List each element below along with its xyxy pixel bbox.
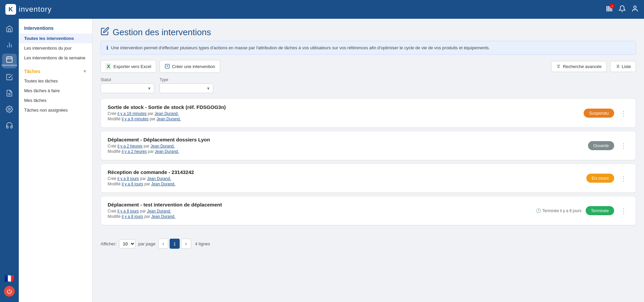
prev-page-btn[interactable]: ‹ [158,239,168,249]
card-meta-created: Créé il y a 2 heures par Jean Durand. [108,144,210,148]
card-menu-btn[interactable]: ⋮ [618,141,629,150]
modified-by-link[interactable]: Jean Durand. [157,117,181,121]
card-menu-btn[interactable]: ⋮ [618,174,629,183]
barcode-icon[interactable]: 1 [606,5,613,14]
svg-point-17 [8,108,10,110]
list-view-button[interactable]: Liste [610,61,636,72]
logo: K [5,4,16,15]
filter-type-chevron: ▾ [207,86,210,91]
nav-sidebar: Interventions Toutes les interventions L… [19,19,93,302]
tasks-section-header[interactable]: Tâches ▼ [19,67,92,76]
nav-mes-taches[interactable]: Mes tâches [19,96,92,105]
navbar-icons: 1 [606,5,639,14]
created-by-link[interactable]: Jean Durand. [147,209,171,214]
clock-icon: 🕐 [536,208,541,213]
nav-section-title[interactable]: Interventions [19,24,92,34]
modified-time-link[interactable]: il y a 8 jours [122,214,143,219]
nav-mes-taches-faire[interactable]: Mes tâches à faire [19,86,92,96]
main-content: Gestion des interventions ℹ Une interven… [93,19,644,302]
modified-time-link[interactable]: il y a 9 minutes [122,117,149,121]
create-intervention-button[interactable]: Créer une intervention [160,60,220,73]
sidebar-support-btn[interactable] [2,118,17,133]
sidebar-docs-btn[interactable] [2,86,17,101]
nav-toutes-taches[interactable]: Toutes les tâches [19,76,92,86]
card-right: Suspendu ⋮ [584,109,629,118]
sidebar-chart-btn[interactable] [2,38,17,52]
modified-by-link[interactable]: Jean Durand. [151,182,175,186]
nav-interventions-jour[interactable]: Les interventions du jour [19,43,92,53]
create-intervention-label: Créer une intervention [172,64,215,69]
toolbar-left: X Exporter vers Excel Créer une interven… [101,60,220,73]
card-menu-btn[interactable]: ⋮ [618,109,629,118]
language-btn[interactable]: 🇫🇷 [4,274,14,283]
filter-statut-select[interactable]: ▾ [101,83,154,93]
modified-time-link[interactable]: il y a 8 jours [122,182,143,186]
created-time-link[interactable]: il y a 2 heures [117,144,142,148]
info-text: Une intervention permet d'effectuer plus… [111,45,490,50]
card-meta-modified: Modifié il y a 8 jours par Jean Durand. [108,182,194,186]
created-by-link[interactable]: Jean Durand. [151,144,175,148]
filter-statut-group: Statut ▾ [101,77,154,93]
page-1-btn[interactable]: 1 [170,239,180,249]
tasks-section-title: Tâches [24,69,40,74]
icon-sidebar-bottom: 🇫🇷 [4,274,15,297]
sidebar-home-btn[interactable] [2,21,17,36]
per-page-select[interactable]: 10 25 50 [119,239,135,248]
create-icon [165,63,170,70]
svg-rect-2 [608,6,609,11]
card-title: Sortie de stock - Sortie de stock (réf. … [108,104,226,110]
user-icon[interactable] [631,5,639,14]
main-layout: Interventions [0,19,644,302]
intervention-card[interactable]: Déplacement - test intervention de dépla… [101,196,636,225]
interventions-list: Sortie de stock - Sortie de stock (réf. … [101,99,636,225]
filter-type-label: Type [160,77,213,82]
sidebar-interventions-btn[interactable]: Interventions [2,54,17,68]
show-label: Afficher: [101,241,116,246]
export-excel-label: Exporter vers Excel [113,64,151,69]
nav-taches-non-assignees[interactable]: Tâches non assignées [19,105,92,115]
created-by-link[interactable]: Jean Durand. [155,111,179,116]
card-meta-modified: Modifié il y a 9 minutes par Jean Durand… [108,117,226,121]
intervention-card[interactable]: Réception de commande - 23143242 Créé il… [101,164,636,193]
advanced-search-button[interactable]: Recherche avancée [551,61,607,72]
nav-interventions-semaine[interactable]: Les interventions de la semaine [19,53,92,63]
nav-toutes-interventions[interactable]: Toutes les interventions [19,34,92,43]
sidebar-settings-btn[interactable] [2,102,17,117]
created-time-link[interactable]: il y a 18 minutes [117,111,147,116]
navbar: K inventory 1 [0,0,644,19]
status-badge: En cours [586,174,614,183]
app-title: inventory [19,5,52,14]
created-time-link[interactable]: il y a 8 jours [117,176,139,181]
power-btn[interactable] [4,286,15,297]
page-header-edit-icon [101,27,109,38]
export-excel-button[interactable]: X Exporter vers Excel [101,60,156,73]
tasks-chevron-icon: ▼ [83,69,87,74]
status-badge: Ouverte [588,141,614,150]
info-banner: ℹ Une intervention permet d'effectuer pl… [101,41,636,55]
sidebar-tasks-btn[interactable] [2,70,17,84]
created-time-link[interactable]: il y a 8 jours [117,209,139,214]
created-by-link[interactable]: Jean Durand. [147,176,171,181]
brand: K inventory [5,4,52,15]
page-header: Gestion des interventions [101,27,636,38]
toolbar-right: Recherche avancée Liste [551,61,636,72]
intervention-card[interactable]: Déplacement - Déplacement dossiers Lyon … [101,131,636,160]
card-menu-btn[interactable]: ⋮ [618,206,629,216]
card-right: En cours ⋮ [586,174,629,183]
modified-by-link[interactable]: Jean Durand. [151,214,175,219]
notification-icon[interactable] [619,5,626,14]
modified-time-link[interactable]: il y a 2 heures [122,149,147,154]
card-meta-created: Créé il y a 18 minutes par Jean Durand. [108,111,226,116]
card-meta-created: Créé il y a 8 jours par Jean Durand. [108,176,194,181]
card-title: Réception de commande - 23143242 [108,169,194,175]
card-title: Déplacement - Déplacement dossiers Lyon [108,137,210,142]
filter-type-select[interactable]: ▾ [160,83,213,93]
icon-sidebar-top: Interventions [2,21,17,133]
status-badge: Terminée [586,206,614,215]
filter-statut-chevron: ▾ [148,86,151,91]
modified-by-link[interactable]: Jean Durand. [155,149,179,154]
pagination: Afficher: 10 25 50 par page ‹ 1 › 4 lign… [101,233,636,254]
notification-badge: 1 [610,4,614,8]
next-page-btn[interactable]: › [181,239,191,249]
intervention-card[interactable]: Sortie de stock - Sortie de stock (réf. … [101,99,636,128]
